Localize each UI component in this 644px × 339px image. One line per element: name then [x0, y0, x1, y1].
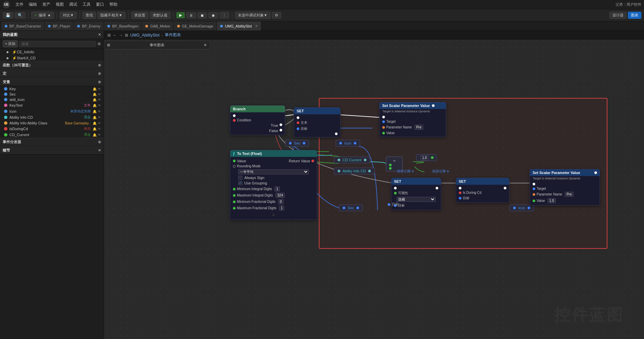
tab-umg-ability-slot[interactable]: UMG_AbilitySlot ✕ [217, 21, 261, 31]
record-button[interactable]: ⏺ [208, 12, 218, 18]
hide-unrelated-button[interactable]: 隐藏不相关▼ [97, 12, 126, 19]
breadcrumb-root[interactable]: UMG_AbilitySlot [130, 33, 159, 38]
graph-canvas[interactable]: ⊞ ← → ⊞ UMG_AbilitySlot › 事件图表 ⊞ 事件图表 ✕ [104, 31, 644, 339]
menu-window[interactable]: 窗口 [96, 2, 104, 7]
rounding-mode-select[interactable]: 一半平均 [238, 169, 309, 174]
menu-help[interactable]: 帮助 [109, 2, 117, 7]
ability-info-cd-node[interactable]: Ability Info CD [334, 168, 375, 174]
tab-gab-melee[interactable]: GAB_Melee [142, 21, 174, 31]
tab-bp-base-character[interactable]: BP_BaseCharacter [1, 21, 45, 31]
play-button[interactable]: ▶ [176, 12, 185, 18]
variables-add-icon[interactable]: ⊕ [98, 80, 101, 84]
var-type-icon: 材质动态实例 [70, 109, 91, 114]
set-node-3[interactable]: SET Is During Cd 目标 [456, 178, 509, 203]
menu-view[interactable]: 视图 [56, 2, 64, 7]
breadcrumb-current[interactable]: 事件图表 [165, 32, 181, 38]
debug-target-button[interactable]: 未选中调试对象▼ [235, 12, 270, 19]
tree-item-ce-intinfo[interactable]: ▶ ⚡ CE_IntInfo [0, 49, 104, 55]
tree-item-startui-cd[interactable]: ▶ ⚡ StartUI_CD [0, 55, 104, 61]
icon-lower-node[interactable]: Icon [509, 205, 534, 211]
max-integral-value[interactable]: 324 [276, 193, 285, 198]
design-view-button[interactable]: 设计器 [609, 12, 627, 19]
diff-button[interactable]: 对比▼ [60, 12, 77, 19]
var-is-during-cd[interactable]: IsDuringCd 布尔 🔔 👁 [0, 126, 104, 132]
var-ability-info-cd[interactable]: Ability Info CD 浮点 🔔 👁 [0, 114, 104, 120]
tab-bp-enemy[interactable]: BP_Enemy [74, 21, 104, 31]
cd-current-node[interactable]: CD Current [334, 157, 370, 163]
menu-edit[interactable]: 编辑 [29, 2, 37, 7]
macros-add-icon[interactable]: ⊕ [98, 71, 101, 76]
blueprint-settings-icon[interactable]: ⚙ [97, 42, 101, 46]
min-integral-value[interactable]: 1 [275, 186, 280, 191]
max-frac-value[interactable]: 1 [279, 206, 285, 211]
macros-section[interactable]: 宏 ⊕ [0, 69, 104, 78]
menu-debug[interactable]: 调试 [69, 2, 77, 7]
close-event-graph-icon[interactable]: ✕ [204, 43, 207, 47]
tab-ge-melee-damage[interactable]: GE_MeleeDamage [174, 21, 217, 31]
close-tab-icon[interactable]: ✕ [255, 24, 258, 28]
use-grouping-checkbox[interactable]: ✓ [238, 181, 242, 185]
class-defaults-button[interactable]: 类默认值 [150, 12, 170, 19]
condition-pin-label: Condition [237, 118, 251, 122]
set2-visibility-label: 可视性 [398, 191, 408, 195]
stop-button[interactable]: ⏹ [197, 12, 207, 18]
event-dispatcher-add-icon[interactable]: ⊕ [98, 140, 101, 144]
to-text-float-node[interactable]: ƒ To Text (Float) Value Return Value [230, 150, 317, 220]
pause-button[interactable]: ⏸ [186, 12, 196, 18]
set-scalar-2-param-value[interactable]: Pre [565, 192, 574, 197]
add-pin-2[interactable]: 添加引脚 ⊕ [430, 168, 452, 174]
menu-assets[interactable]: 资产 [42, 2, 50, 7]
always-sign-checkbox[interactable] [238, 176, 242, 180]
set3-is-during-cd-label: Is During Cd [463, 191, 482, 194]
var-cd-current[interactable]: CD_Current 浮点 🔔 👁 [0, 132, 104, 138]
functions-add-icon[interactable]: ⊕ [98, 63, 101, 67]
set-scalar-2-exec-in [530, 182, 600, 186]
settings-button[interactable]: ⋮ [219, 12, 229, 18]
menu-tools[interactable]: 工具 [83, 2, 91, 7]
toolbar-browse-btn[interactable]: 🔍 [15, 12, 26, 18]
var-ability-class[interactable]: Ability Info Ability Class Base Gameplay… [0, 120, 104, 126]
sec-lower-node[interactable]: Sec [339, 205, 363, 211]
visibility-select[interactable]: 隐藏 [397, 197, 436, 202]
debug-options-button[interactable]: ⚙ [272, 12, 281, 18]
blueprint-search-input[interactable] [19, 41, 96, 47]
set-scalar-param-2[interactable]: Set Scalar Parameter Value Target is Mat… [530, 169, 600, 206]
set-scalar-param-1[interactable]: Set Scalar Parameter Value Target is Mat… [379, 102, 446, 137]
var-type-ability-cd: 浮点 [84, 115, 91, 120]
var-icon[interactable]: Icon 材质动态实例 🔔 👁 [0, 108, 104, 114]
sec-node[interactable]: Sec [285, 140, 309, 147]
menu-file[interactable]: 文件 [15, 2, 23, 7]
add-pin-1[interactable]: 添加引脚 ⊕ [394, 168, 417, 174]
variables-title: 变量 [3, 79, 10, 84]
variables-section[interactable]: 变量 ⊕ [0, 78, 104, 86]
graph-view-button[interactable]: 图表 [628, 12, 641, 19]
close-my-blueprint-icon[interactable]: ✕ [98, 33, 101, 37]
tab-bp-base-regen[interactable]: BP_BaseRegen [104, 21, 142, 31]
add-blueprint-button[interactable]: + 添加 [3, 40, 18, 47]
set-scalar-1-param-value[interactable]: Pre [414, 125, 423, 130]
var-keytext[interactable]: KeyText 文本 🔔 👁 [0, 102, 104, 108]
tab-bp-player[interactable]: BP_Player [45, 21, 74, 31]
value-1-node[interactable]: 1.0 [416, 154, 437, 161]
find-button[interactable]: 查找 [83, 12, 96, 19]
min-frac-value[interactable]: 0 [278, 199, 284, 204]
var-sec[interactable]: Sec 🔔 👁 [0, 92, 104, 97]
icon-node[interactable]: Icon [336, 140, 360, 147]
compile-button[interactable]: ✓ 编译 ▼ [31, 12, 54, 19]
var-skill-icon[interactable]: skill_Icon 🔔 👁 [0, 97, 104, 102]
var-key[interactable]: Key 🔔 👁 [0, 86, 104, 92]
breadcrumb-nav-forward[interactable]: → [119, 33, 123, 38]
set-scalar-2-value-value[interactable]: 1.0 [548, 198, 556, 203]
class-settings-button[interactable]: 类设置 [131, 12, 148, 19]
branch-node[interactable]: Branch Condition True False [230, 105, 285, 135]
max-integral-label: Maximum Integral Digits [237, 193, 273, 197]
event-dispatcher-section[interactable]: 事件分发器 ⊕ [0, 138, 104, 146]
breadcrumb-nav-back[interactable]: ← [113, 33, 117, 38]
functions-section[interactable]: 函数（36可覆盖） ⊕ [0, 61, 104, 69]
close-detail-icon[interactable]: ✕ [98, 148, 101, 153]
toolbar-icon-btn[interactable]: 💾 [3, 12, 13, 18]
value-1-display[interactable]: 1.0 [420, 155, 429, 160]
set-node-1[interactable]: SET 文本 目标 [294, 107, 341, 137]
scroll-down-arrow[interactable]: ∧ [230, 211, 317, 218]
rounding-mode-dropdown[interactable]: 一半平均 [230, 169, 317, 175]
